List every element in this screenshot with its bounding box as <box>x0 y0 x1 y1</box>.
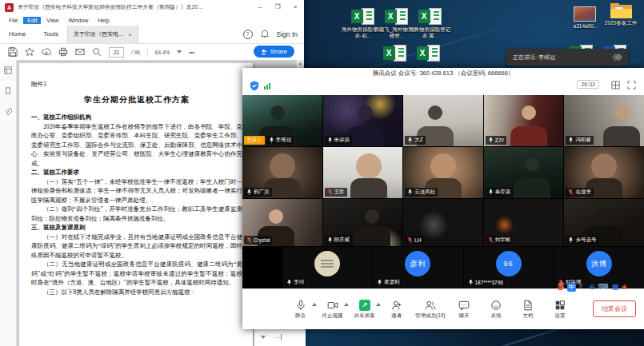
manage-members-label: 管理成员(19) <box>415 312 446 320</box>
desktop-icon-label: 2020春返工作 <box>598 20 643 26</box>
desktop-icon-folder[interactable]: 2020春返工作 <box>598 3 643 26</box>
participant-name: 段庆威 <box>334 237 350 244</box>
video-tile[interactable]: 主持人 李维冠 <box>242 95 322 146</box>
invite-button[interactable]: 邀请 <box>383 299 410 320</box>
star-icon[interactable] <box>25 47 34 57</box>
meeting-toolbar: 静音 停止视频 ↗ 共享屏幕 邀请 管理成员(19) 聊 <box>242 288 644 329</box>
chevron-down-icon[interactable] <box>261 336 266 339</box>
audio-tile[interactable]: 彦利 霍彦利 <box>373 247 462 288</box>
video-tile[interactable]: ZJY <box>484 95 564 146</box>
video-tile[interactable]: 冯明睿 <box>564 95 644 146</box>
mic-options-icon[interactable] <box>312 303 317 306</box>
doc-title: 学生分期分批返校工作方案 <box>31 94 242 105</box>
menu-view[interactable]: View <box>42 17 62 24</box>
excel-icon: X <box>385 8 408 25</box>
more-tools-icon[interactable]: ••• <box>189 50 194 55</box>
minimize-button[interactable]: – <box>251 0 269 14</box>
cloud-upload-icon[interactable] <box>42 47 51 57</box>
meeting-title: 腾讯会议 会议号: 360 428 613 （会议密码: 666666） <box>242 70 644 78</box>
ime-globe-icon[interactable]: ⊕ <box>589 283 595 292</box>
next-page-icon[interactable]: → <box>274 334 282 340</box>
mic-icon <box>295 299 306 311</box>
bookmarks-icon[interactable] <box>4 87 12 95</box>
menu-file[interactable]: File <box>5 17 22 24</box>
video-tile[interactable]: 乡号选号 <box>564 199 644 246</box>
emoji-button[interactable]: 表情 <box>483 299 510 320</box>
doc-paragraph: （二）做到“四个到位”，开学时准备充分工作到位；教职工及学生健康监测到位；防控物… <box>31 205 242 223</box>
stop-video-button[interactable]: 停止视频 <box>319 299 346 320</box>
video-tile[interactable]: 朱讲洪 <box>323 95 403 146</box>
menu-help[interactable]: Help <box>94 17 113 24</box>
meeting-header[interactable]: 腾讯会议 会议号: 360 428 613 （会议密码: 666666） 26:… <box>242 68 644 95</box>
layout-view-icon[interactable] <box>611 81 620 89</box>
pdf-bottom-controls[interactable]: → <box>254 328 306 346</box>
email-icon[interactable] <box>75 47 85 57</box>
menu-window[interactable]: Window <box>64 17 92 24</box>
print-icon[interactable] <box>58 47 68 57</box>
desktop-icon-excel-5[interactable]: X <box>406 45 450 62</box>
search-icon[interactable] <box>92 47 102 57</box>
mic-on-icon <box>568 237 574 244</box>
zoom-level-value[interactable]: 64.4% <box>155 50 170 55</box>
video-options-icon[interactable] <box>344 303 349 306</box>
avatar: 彦利 <box>405 251 430 276</box>
attachments-icon[interactable] <box>4 108 12 116</box>
participant-name: 霍彦利 <box>384 279 400 286</box>
end-meeting-button[interactable]: 结束会议 <box>593 300 636 317</box>
video-tile[interactable]: 云淡风轻 <box>403 147 483 198</box>
close-button[interactable]: × <box>286 0 304 14</box>
scroll-up-icon[interactable]: ▲ <box>297 60 304 67</box>
ime-grid-icon[interactable]: ▦ <box>612 283 619 292</box>
network-signal-icon[interactable] <box>264 83 270 89</box>
zoom-dropdown-icon[interactable] <box>177 50 182 54</box>
fullscreen-icon[interactable] <box>627 81 636 89</box>
security-shield-icon[interactable] <box>250 81 259 91</box>
tab-close-icon[interactable]: × <box>128 31 132 38</box>
share-options-icon[interactable] <box>376 303 381 306</box>
video-tile[interactable]: 段庆威 <box>323 199 403 246</box>
meeting-logo-icon <box>613 54 622 60</box>
tab-tools[interactable]: Tools <box>34 26 67 43</box>
video-tile[interactable]: 王胜 <box>323 147 403 198</box>
desktop-icon-excel-3[interactable]: X 海外物资捐助登记表 黄.. <box>407 8 452 39</box>
video-tile[interactable]: 大Z <box>403 95 483 146</box>
video-tile[interactable]: LH <box>403 199 483 246</box>
video-tile[interactable]: Crystal <box>242 199 322 246</box>
menu-edit[interactable]: Edit <box>23 17 41 24</box>
mute-button[interactable]: 静音 <box>287 299 314 320</box>
sogou-logo-icon[interactable]: S <box>558 281 564 292</box>
page-number-input[interactable]: 21 <box>109 47 124 58</box>
chat-button[interactable]: 聊天 <box>451 299 478 320</box>
tab-home[interactable]: Home <box>0 26 34 43</box>
tab-document[interactable]: 关于印发《西安电... × <box>67 26 138 43</box>
pdf-titlebar[interactable]: A 关于印发《西安电子科技大学新冠肺炎疫情防控工作方案（第四版）》及2020年春… <box>0 0 304 14</box>
sign-in-button[interactable]: Sign In <box>277 30 298 38</box>
docs-button[interactable]: 文档 <box>515 299 542 320</box>
acrobat-app-icon: A <box>5 3 14 12</box>
manage-members-button[interactable]: 管理成员(19) <box>415 299 446 320</box>
ime-moon-icon[interactable]: ☾ <box>579 283 586 292</box>
members-icon <box>425 299 436 311</box>
pdf-page: 附件3 学生分期分批返校工作方案 一、返校工作组织机构 2020年春季学期学生返… <box>19 63 253 346</box>
page-thumbnails-icon[interactable] <box>4 66 12 74</box>
video-tile[interactable]: 刘宇彬 <box>484 199 564 246</box>
ime-language-indicator[interactable]: 中 <box>567 283 576 292</box>
participant-name: 大Z <box>414 137 422 144</box>
bell-icon[interactable] <box>261 27 269 42</box>
maximize-button[interactable]: ❐ <box>269 0 286 14</box>
ime-toolbar[interactable]: S 中 ☾ ⊕ ⌨ ▦ ✚ <box>558 280 627 293</box>
video-tile[interactable]: 单存泉 <box>484 147 564 198</box>
settings-button[interactable]: 设置 <box>547 299 574 320</box>
share-screen-button[interactable]: ↗ 共享屏幕 <box>351 299 378 320</box>
save-icon[interactable] <box>8 47 18 57</box>
audio-tile[interactable]: 96 187****3796 <box>464 247 554 288</box>
share-button[interactable]: Share <box>254 46 294 58</box>
participant-name: 刘宇彬 <box>495 237 511 244</box>
help-icon[interactable]: ? <box>243 30 253 39</box>
mic-on-icon <box>246 189 252 196</box>
audio-tile[interactable]: 李珂 <box>282 247 372 288</box>
ime-keyboard-icon[interactable]: ⌨ <box>598 283 609 292</box>
ime-toolbox-icon[interactable]: ✚ <box>622 283 627 292</box>
video-tile[interactable]: 在这里 <box>564 147 644 198</box>
video-tile[interactable]: 郭广滨 <box>242 147 322 198</box>
